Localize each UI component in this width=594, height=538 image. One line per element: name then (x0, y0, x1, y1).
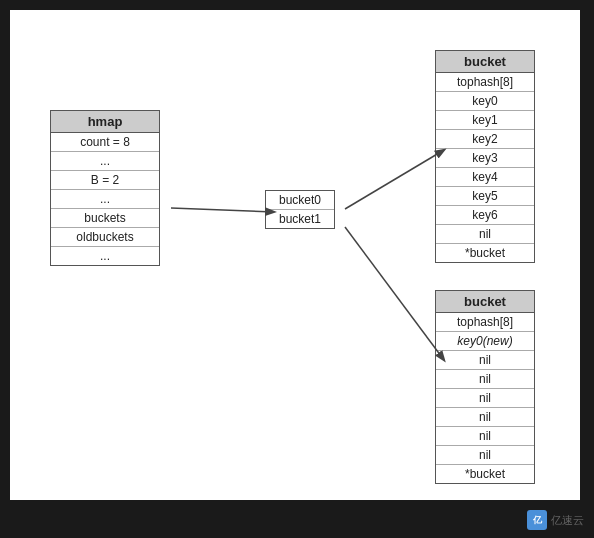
bucket-bottom-box: bucket tophash[8] key0(new) nil nil nil … (435, 290, 535, 484)
bucket-bottom-row-1: key0(new) (436, 332, 534, 351)
bucket-top-row-4: key3 (436, 149, 534, 168)
bucket-top-row-0: tophash[8] (436, 73, 534, 92)
hmap-row-2: B = 2 (51, 171, 159, 190)
hmap-row-4: buckets (51, 209, 159, 228)
bucket-top-row-5: key4 (436, 168, 534, 187)
bucket-bottom-row-2: nil (436, 351, 534, 370)
svg-line-0 (171, 208, 274, 212)
watermark-logo: 亿 (527, 510, 547, 530)
bucket-bottom-row-6: nil (436, 427, 534, 446)
hmap-row-5: oldbuckets (51, 228, 159, 247)
hmap-row-0: count = 8 (51, 133, 159, 152)
hmap-row-1: ... (51, 152, 159, 171)
bucket-top-row-3: key2 (436, 130, 534, 149)
watermark-text: 亿速云 (551, 513, 584, 528)
bucket-bottom-header: bucket (436, 291, 534, 313)
canvas: hmap count = 8 ... B = 2 ... buckets old… (10, 10, 580, 500)
bucket-bottom-row-7: nil (436, 446, 534, 465)
bucket-top-box: bucket tophash[8] key0 key1 key2 key3 ke… (435, 50, 535, 263)
hmap-row-6: ... (51, 247, 159, 265)
bucket-bottom-row-4: nil (436, 389, 534, 408)
buckets-list-box: bucket0 bucket1 (265, 190, 335, 229)
watermark: 亿 亿速云 (527, 510, 584, 530)
bucket-list-row-0: bucket0 (266, 191, 334, 210)
diagram-area: hmap count = 8 ... B = 2 ... buckets old… (0, 0, 594, 538)
hmap-header: hmap (51, 111, 159, 133)
bucket-top-row-9: *bucket (436, 244, 534, 262)
bucket-top-header: bucket (436, 51, 534, 73)
bucket-bottom-row-8: *bucket (436, 465, 534, 483)
bucket-list-row-1: bucket1 (266, 210, 334, 228)
bucket-bottom-row-0: tophash[8] (436, 313, 534, 332)
bucket-top-row-6: key5 (436, 187, 534, 206)
bucket-top-row-8: nil (436, 225, 534, 244)
bucket-top-row-1: key0 (436, 92, 534, 111)
hmap-row-3: ... (51, 190, 159, 209)
bucket-top-row-2: key1 (436, 111, 534, 130)
svg-line-2 (345, 227, 444, 360)
bucket-bottom-row-3: nil (436, 370, 534, 389)
bucket-top-row-7: key6 (436, 206, 534, 225)
hmap-box: hmap count = 8 ... B = 2 ... buckets old… (50, 110, 160, 266)
bucket-bottom-row-5: nil (436, 408, 534, 427)
svg-line-1 (345, 150, 444, 209)
